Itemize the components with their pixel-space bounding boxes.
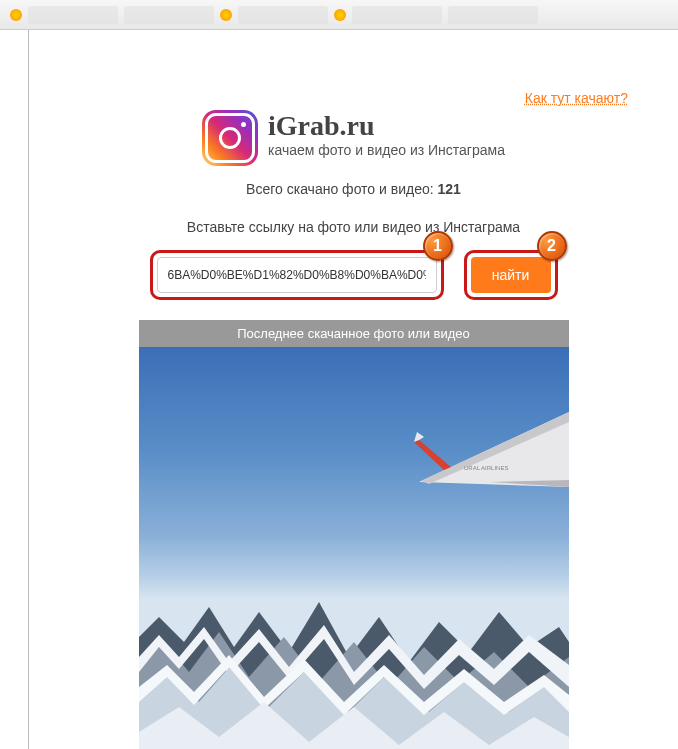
instagram-icon (202, 110, 258, 166)
favicon-icon (10, 9, 22, 21)
browser-tab[interactable] (352, 6, 442, 24)
favicon-icon (334, 9, 346, 21)
browser-tab[interactable] (124, 6, 214, 24)
brand-subtitle: качаем фото и видео из Инстаграма (268, 142, 505, 158)
favicon-icon (220, 9, 232, 21)
help-link[interactable]: Как тут качают? (525, 90, 628, 106)
brand-title: iGrab.ru (268, 110, 505, 142)
brand-text: iGrab.ru качаем фото и видео из Инстагра… (268, 110, 505, 158)
stats-line: Всего скачано фото и видео: 121 (49, 181, 658, 197)
airplane-wing-illustration: URAL AIRLINES (369, 392, 569, 492)
search-form: 1 2 найти (49, 250, 658, 300)
step-badge-2: 2 (537, 231, 567, 261)
last-downloaded-section: Последнее скачанное фото или видео URAL … (139, 320, 569, 749)
stats-count: 121 (438, 181, 461, 197)
button-highlight: 2 найти (464, 250, 558, 300)
brand-header: iGrab.ru качаем фото и видео из Инстагра… (49, 110, 658, 166)
step-badge-1: 1 (423, 231, 453, 261)
last-downloaded-title: Последнее скачанное фото или видео (139, 320, 569, 347)
input-highlight: 1 (150, 250, 444, 300)
url-input[interactable] (157, 257, 437, 293)
page-content: Как тут качают? iGrab.ru качаем фото и в… (28, 30, 678, 749)
last-downloaded-photo[interactable]: URAL AIRLINES (139, 347, 569, 749)
stats-label: Всего скачано фото и видео: (246, 181, 437, 197)
browser-tab[interactable] (238, 6, 328, 24)
browser-tab[interactable] (28, 6, 118, 24)
instruction-text: Вставьте ссылку на фото или видео из Инс… (49, 219, 658, 235)
mountains-illustration (139, 557, 569, 749)
find-button[interactable]: найти (471, 257, 551, 293)
browser-tab[interactable] (448, 6, 538, 24)
svg-text:URAL AIRLINES: URAL AIRLINES (464, 465, 508, 471)
browser-tab-bar (0, 0, 678, 30)
